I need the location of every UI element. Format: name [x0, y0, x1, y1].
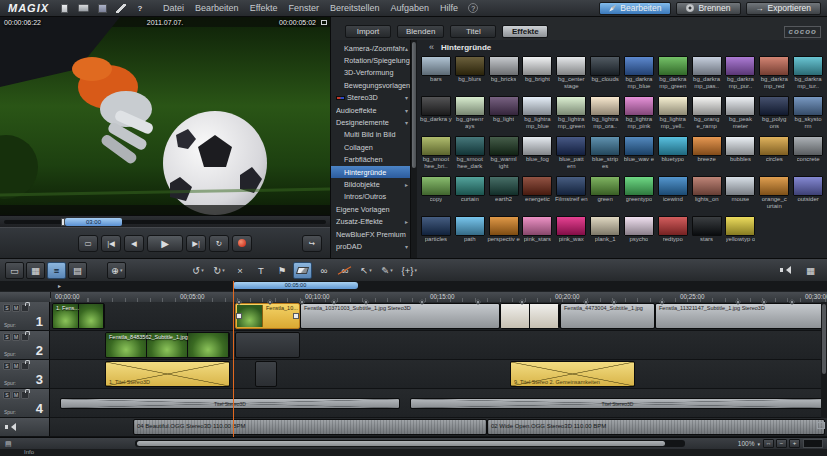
clip-gray[interactable]: Fenstla_11321147_Subtitle_1.jpg Stereo3D	[655, 303, 825, 329]
scrollbar-thumb[interactable]	[412, 42, 416, 168]
background-preset-blue-strip-es[interactable]: blue_strip es	[588, 135, 622, 175]
category-bewegungsvorlagen[interactable]: Bewegungsvorlagen	[331, 79, 410, 91]
scrubber-playhead-handle[interactable]	[61, 218, 65, 226]
background-preset-circles[interactable]: circles	[757, 135, 791, 175]
tab-effekte[interactable]: Effekte	[502, 25, 548, 38]
clip-thin[interactable]: Titel Stereo3D	[60, 398, 400, 409]
clip-title[interactable]: 9. Titel Stereo 2. Gemeinsamkeiten	[510, 361, 635, 387]
track-3-header[interactable]: SMSpur:3	[0, 360, 50, 388]
timeline-playhead[interactable]	[233, 281, 234, 437]
clip-audio[interactable]: 02 Wide Open.OGG Stereo3D 110.00 BPM	[487, 419, 825, 435]
track-2-content[interactable]: Fenstla_8483562_Subtitle_1.jpg	[50, 331, 827, 359]
background-preset-bg-blurs[interactable]: bg_blurs	[453, 55, 487, 95]
category-rotation-spiegelung[interactable]: Rotation/Spiegelung	[331, 54, 410, 66]
tab-titel[interactable]: Titel	[450, 25, 496, 38]
background-preset-icewind[interactable]: icewind	[656, 175, 690, 215]
clip-dark[interactable]	[255, 361, 277, 387]
background-preset-bg-lightra-mp-blue[interactable]: bg_lightra mp_blue	[520, 95, 554, 135]
lock-button[interactable]	[21, 304, 29, 312]
category-designelemente[interactable]: Designelemente▾	[331, 116, 410, 128]
background-preset-bg-lightra-mp-ora[interactable]: bg_lightra mp_ora..	[588, 95, 622, 135]
background-preset-bg-clouds[interactable]: bg_clouds	[588, 55, 622, 95]
category-hintergr-nde[interactable]: Hintergründe	[331, 166, 410, 178]
menu-datei[interactable]: Datei	[163, 3, 184, 13]
background-preset-blue-fog[interactable]: blue_fog	[520, 135, 554, 175]
background-preset-energetic[interactable]: energetic	[520, 175, 554, 215]
clip-audio[interactable]: 04 Beautiful.OGG Stereo3D 110.00 BPM	[133, 419, 487, 435]
mute-button[interactable]: M	[12, 333, 20, 341]
audio-monitor-button[interactable]	[776, 262, 795, 279]
track-1-header[interactable]: SMSpur:1	[0, 302, 50, 330]
menu-aufgaben[interactable]: Aufgaben	[391, 3, 430, 13]
zoom-fit-button[interactable]: ↔	[763, 439, 774, 448]
category-audioeffekte[interactable]: Audioeffekte▾	[331, 104, 410, 116]
track-1-content[interactable]: 1. Fens...Fenstla_10...Fenstla_10371003_…	[50, 302, 827, 330]
scrollbar-thumb[interactable]	[137, 441, 665, 446]
background-preset-bg-center-stage[interactable]: bg_center stage	[554, 55, 588, 95]
background-preset-bars[interactable]: bars	[419, 55, 453, 95]
background-preset-bg-bricks[interactable]: bg_bricks	[487, 55, 521, 95]
mute-button[interactable]: M	[12, 391, 20, 399]
background-preset-bg-darkra-mp-pas[interactable]: bg_darkra mp_pas..	[690, 55, 724, 95]
scrollbar-thumb[interactable]	[822, 304, 826, 374]
background-preset-bubbles[interactable]: bubbles	[723, 135, 757, 175]
marker-button[interactable]: ⚑	[272, 262, 291, 279]
background-preset-bg-darkra-mp-blue[interactable]: bg_darkra mp_blue	[622, 55, 656, 95]
background-preset-bg-smoot-hee-dark[interactable]: bg_smoot hee_dark	[453, 135, 487, 175]
background-preset-bg-light[interactable]: bg_light	[487, 95, 521, 135]
background-preset-bg-polyg-ons[interactable]: bg_polyg ons	[757, 95, 791, 135]
track-4-header[interactable]: SMSpur:4	[0, 389, 50, 417]
category-bildobjekte[interactable]: Bildobjekte▸	[331, 178, 410, 190]
background-preset-bg-darkra-mp-tur[interactable]: bg_darkra mp_tur..	[791, 55, 825, 95]
detach-range-button[interactable]: ↪	[302, 235, 322, 252]
mode-bearbeiten-button[interactable]: Bearbeiten	[599, 2, 671, 15]
view-timeline-button[interactable]: ≡	[47, 262, 66, 279]
audio-track-content[interactable]: 04 Beautiful.OGG Stereo3D 110.00 BPM02 W…	[50, 418, 827, 436]
menu-bereitstellen[interactable]: Bereitstellen	[330, 3, 380, 13]
object-target-button[interactable]: ⊕▾	[107, 262, 126, 279]
background-preset-greentypo[interactable]: greentypo	[622, 175, 656, 215]
help-icon[interactable]: ?	[468, 3, 478, 13]
clip-gray[interactable]: Fenstla_4473004_Subtitle_1.jpg	[560, 303, 655, 329]
background-preset-bg-darkra-y[interactable]: bg_darkra y	[419, 95, 453, 135]
background-preset-bg-warml-ight[interactable]: bg_warml ight	[487, 135, 521, 175]
zoom-level[interactable]: 100%	[738, 440, 755, 447]
menu-effekte[interactable]: Effekte	[250, 3, 278, 13]
clip-gray[interactable]: Fenstla_10371003_Subtitle_1.jpg Stereo3D	[300, 303, 500, 329]
category-eigene-vorlagen[interactable]: Eigene Vorlagen	[331, 203, 410, 215]
background-preset-bg-lightra-mp-green[interactable]: bg_lightra mp_green	[554, 95, 588, 135]
clip-dark[interactable]	[235, 332, 300, 358]
category-intros-outros[interactable]: Intros/Outros	[331, 191, 410, 203]
background-preset-blue-patt-ern[interactable]: blue_patt ern	[554, 135, 588, 175]
menu-bearbeiten[interactable]: Bearbeiten	[195, 3, 239, 13]
background-preset-bg-darkra-mp-green[interactable]: bg_darkra mp_green	[656, 55, 690, 95]
mute-button[interactable]: M	[12, 362, 20, 370]
preview-scrubber[interactable]: 03:00	[0, 215, 330, 227]
frame-back-button[interactable]: ◀	[124, 235, 144, 252]
background-preset-lights-on[interactable]: lights_on	[690, 175, 724, 215]
category-newbluefx-premium[interactable]: NewBlueFX Premium	[331, 228, 410, 240]
category-prodad[interactable]: proDAD▾	[331, 240, 410, 252]
audio-track-header[interactable]	[0, 418, 50, 436]
layers-icon[interactable]: ▤	[5, 440, 12, 448]
background-preset-curtain[interactable]: curtain	[453, 175, 487, 215]
background-preset-bg-darkra-mp-pur[interactable]: bg_darkra mp_pur..	[723, 55, 757, 95]
horizontal-scrollbar[interactable]	[135, 440, 685, 447]
tracks-vertical-scrollbar[interactable]	[821, 302, 827, 418]
context-help-icon[interactable]: ?	[133, 2, 147, 14]
redo-button[interactable]: ↻▾	[209, 262, 228, 279]
chevron-down-icon[interactable]: ▾	[757, 441, 760, 447]
lock-button[interactable]	[21, 391, 29, 399]
solo-button[interactable]: S	[3, 304, 11, 312]
view-scene-overview-button[interactable]: ▤	[68, 262, 87, 279]
lock-button[interactable]	[21, 333, 29, 341]
tab-blenden[interactable]: Blenden	[397, 25, 444, 38]
background-preset-blue-wav-e[interactable]: blue_wav e	[622, 135, 656, 175]
category-multi-bild-in-bild[interactable]: Multi Bild in Bild	[331, 129, 410, 141]
background-preset-pink-stars[interactable]: pink_stars	[520, 215, 554, 255]
category-list-scrollbar[interactable]	[410, 40, 417, 258]
track-4-content[interactable]: Titel Stereo3DTitel Stereo3D	[50, 389, 827, 417]
zoom-out-button[interactable]: −	[776, 439, 787, 448]
back-icon[interactable]: «	[429, 42, 434, 52]
background-preset-bluetypo[interactable]: bluetypo	[656, 135, 690, 175]
